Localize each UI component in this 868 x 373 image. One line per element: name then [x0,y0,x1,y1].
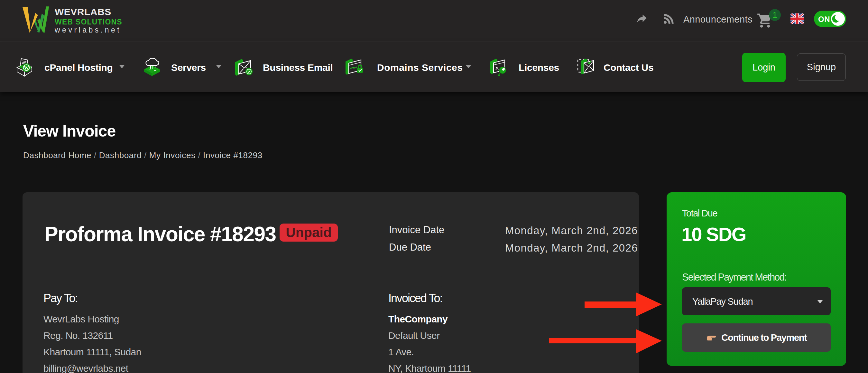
svg-text:W: W [24,65,29,70]
